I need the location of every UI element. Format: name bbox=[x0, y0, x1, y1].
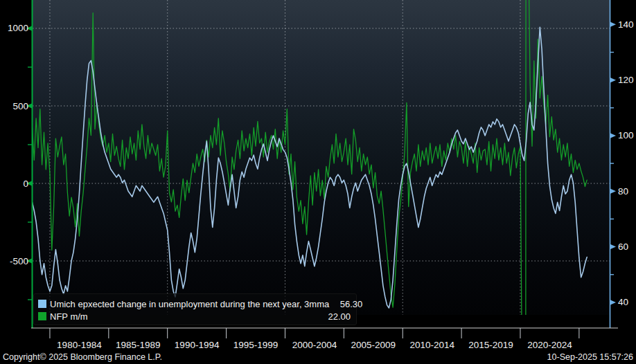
x-axis-period-label: 1990-1994 bbox=[175, 340, 220, 350]
right-axis-tick-label: 60 bbox=[618, 242, 628, 252]
nfp-series-label: NFP m/m bbox=[50, 311, 317, 322]
legend-row-umich[interactable]: Umich epxected change in unemployment du… bbox=[38, 298, 351, 310]
right-axis-tick-arrow bbox=[610, 244, 616, 250]
right-axis-tick-arrow bbox=[610, 188, 616, 194]
right-axis-tick-label: 40 bbox=[618, 297, 628, 307]
legend-row-nfp[interactable]: NFP m/m 22.00 bbox=[38, 310, 351, 322]
left-axis-tick-label: 1000 bbox=[8, 23, 28, 33]
right-axis-tick-label: 140 bbox=[618, 19, 634, 30]
umich-series-value: 56.30 bbox=[329, 299, 362, 309]
x-axis-period-label: 1995-1999 bbox=[233, 340, 279, 350]
chart-footer: Copyright© 2025 Bloomberg Finance L.P. 1… bbox=[0, 352, 636, 364]
right-axis-tick-arrow bbox=[610, 133, 616, 138]
right-axis-tick-arrow bbox=[610, 21, 616, 27]
umich-series-label: Umich epxected change in unemployment du… bbox=[50, 299, 329, 309]
left-axis-tick-label: 500 bbox=[12, 101, 28, 111]
x-axis-period-label: 2010-2014 bbox=[409, 340, 454, 350]
x-axis-period-label: 1980-1984 bbox=[57, 340, 102, 350]
x-axis-period-label: 1985-1989 bbox=[116, 340, 161, 350]
right-axis-tick-label: 120 bbox=[618, 75, 634, 85]
x-axis-period-label: 2020-2024 bbox=[527, 340, 572, 350]
right-axis-tick-label: 80 bbox=[618, 186, 628, 197]
left-axis-tick-label: 0 bbox=[23, 179, 28, 189]
copyright-text: Copyright© 2025 Bloomberg Finance L.P. bbox=[3, 352, 162, 362]
left-axis-tick-label: -500 bbox=[10, 256, 28, 266]
right-axis-tick-arrow bbox=[610, 300, 616, 305]
x-axis-period-label: 2015-2019 bbox=[468, 340, 513, 350]
x-axis-period-label: 2000-2004 bbox=[292, 340, 337, 350]
umich-series-swatch bbox=[38, 300, 46, 308]
right-axis-tick-arrow bbox=[610, 78, 616, 83]
right-axis-tick-label: 100 bbox=[618, 130, 634, 140]
nfp-series-swatch bbox=[38, 312, 46, 320]
chart-legend: Umich epxected change in unemployment du… bbox=[33, 293, 357, 325]
timestamp-text: 10-Sep-2025 15:57:26 bbox=[547, 352, 633, 362]
x-axis-period-label: 2005-2009 bbox=[351, 340, 396, 350]
nfp-series-value: 22.00 bbox=[317, 311, 351, 322]
bloomberg-chart-window: 10005000-5001401201008060401980-19841985… bbox=[0, 0, 636, 364]
